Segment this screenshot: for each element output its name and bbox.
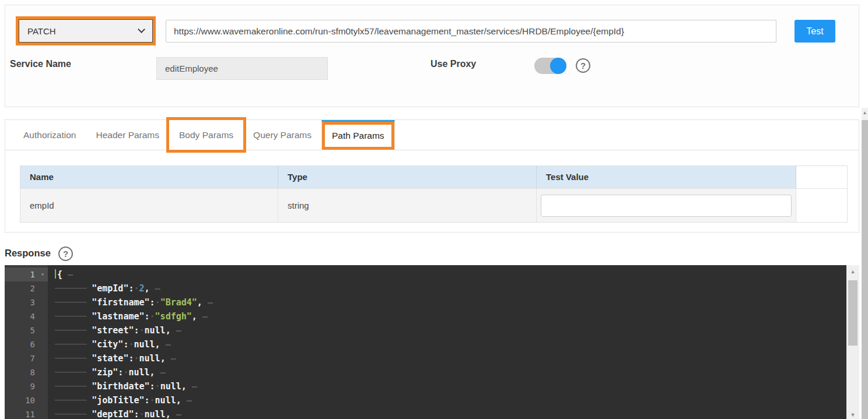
line-number: 6 xyxy=(5,337,48,351)
tab-header-params[interactable]: Header Params xyxy=(86,120,169,150)
line-number: 9 xyxy=(5,379,48,393)
response-help-icon[interactable]: ? xyxy=(58,247,73,261)
tab-path-params[interactable]: Path Params xyxy=(321,120,395,150)
param-test-value-cell xyxy=(537,189,796,222)
path-params-table: Name Type Test Value empIdstring xyxy=(20,166,848,223)
response-code-editor[interactable]: 1▾{ –2────── "empId":·2, –3────── "first… xyxy=(5,265,846,419)
code-line-content: ────── "deptId":·null, – xyxy=(48,407,181,419)
page-scroll-up-icon[interactable]: ▲ xyxy=(862,110,868,115)
code-line: 10────── "jobTitle":·null, – xyxy=(5,393,846,407)
use-proxy-label: Use Proxy xyxy=(430,59,476,69)
table-header-name: Name xyxy=(20,166,278,188)
scroll-down-icon[interactable]: ▼ xyxy=(846,412,859,418)
line-number: 3 xyxy=(5,295,48,309)
code-line-content: ────── "birthdate":·null, – xyxy=(48,379,197,393)
line-number: 4 xyxy=(5,309,48,323)
code-line: 1▾{ – xyxy=(5,267,846,281)
code-line-content: { – xyxy=(48,267,73,281)
editor-scrollbar-thumb[interactable] xyxy=(848,280,858,346)
use-proxy-toggle[interactable] xyxy=(534,58,566,74)
code-line: 3────── "firstname":·"Brad4", – xyxy=(5,295,846,309)
tab-query-params[interactable]: Query Params xyxy=(243,120,321,150)
code-line: 9────── "birthdate":·null, – xyxy=(5,379,846,393)
param-name-cell: empId xyxy=(20,189,278,222)
code-line: 5────── "street":·null, – xyxy=(5,323,846,337)
line-number: 1▾ xyxy=(5,267,48,281)
page-scrollbar[interactable]: ▲ xyxy=(862,108,868,419)
table-header-test-value: Test Value xyxy=(537,166,796,188)
line-number: 8 xyxy=(5,365,48,379)
code-line-content: ────── "street":·null, – xyxy=(48,323,181,337)
editor-scrollbar[interactable]: ▲ ▼ xyxy=(846,265,859,419)
line-number: 2 xyxy=(5,281,48,295)
code-line: 11────── "deptId":·null, – xyxy=(5,407,846,419)
code-line: 8────── "zip":·null, – xyxy=(5,365,846,379)
line-number: 5 xyxy=(5,323,48,337)
table-header-spacer xyxy=(796,166,847,188)
tab-authorization[interactable]: Authorization xyxy=(13,120,86,150)
code-line: 4────── "lastname":·"sdfgh", – xyxy=(5,309,846,323)
cursor-caret xyxy=(55,269,56,279)
table-header-type: Type xyxy=(278,166,537,188)
proxy-help-icon[interactable]: ? xyxy=(576,58,590,73)
table-header-row: Name Type Test Value xyxy=(20,166,847,188)
params-tab-bar: AuthorizationHeader ParamsBody ParamsQue… xyxy=(5,120,859,150)
table-row: empIdstring xyxy=(20,188,847,222)
param-type-cell: string xyxy=(278,189,537,222)
page-scrollbar-thumb[interactable] xyxy=(862,120,868,419)
line-number: 11 xyxy=(5,407,48,419)
params-panel: AuthorizationHeader ParamsBody ParamsQue… xyxy=(5,119,859,233)
fold-arrow-icon[interactable]: ▾ xyxy=(41,267,44,281)
toggle-thumb xyxy=(550,58,566,74)
code-line-content: ────── "lastname":·"sdfgh", – xyxy=(48,309,208,323)
code-line: 2────── "empId":·2, – xyxy=(5,281,846,295)
code-line-content: ────── "state":·null, – xyxy=(48,351,176,365)
http-method-select[interactable]: PATCH xyxy=(19,19,153,43)
tab-body-params[interactable]: Body Params xyxy=(169,120,243,150)
service-name-label: Service Name xyxy=(10,59,71,69)
row-spacer-cell xyxy=(796,189,847,222)
request-url-input[interactable] xyxy=(166,20,776,43)
table-body: empIdstring xyxy=(20,188,847,222)
line-number: 7 xyxy=(5,351,48,365)
method-highlight-box: PATCH xyxy=(16,16,156,45)
request-config-panel: PATCH Test Service Name Use Proxy ? xyxy=(5,5,859,107)
http-method-value: PATCH xyxy=(27,26,56,36)
line-number: 10 xyxy=(5,393,48,407)
test-button[interactable]: Test xyxy=(794,20,835,43)
test-value-input[interactable] xyxy=(541,195,792,217)
code-line-content: ────── "zip":·null, – xyxy=(48,365,166,379)
code-line-content: ────── "jobTitle":·null, – xyxy=(48,393,192,407)
scroll-up-icon[interactable]: ▲ xyxy=(846,269,859,274)
code-line-content: ────── "empId":·2, – xyxy=(48,281,160,295)
code-line: 6────── "city":·null, – xyxy=(5,337,846,351)
code-line: 7────── "state":·null, – xyxy=(5,351,846,365)
code-line-content: ────── "city":·null, – xyxy=(48,337,171,351)
chevron-down-icon xyxy=(138,26,145,33)
service-name-input[interactable] xyxy=(156,57,328,80)
response-label: Response xyxy=(5,248,51,259)
code-line-content: ────── "firstname":·"Brad4", – xyxy=(48,295,213,309)
editor-code-lines: 1▾{ –2────── "empId":·2, –3────── "first… xyxy=(5,265,846,419)
